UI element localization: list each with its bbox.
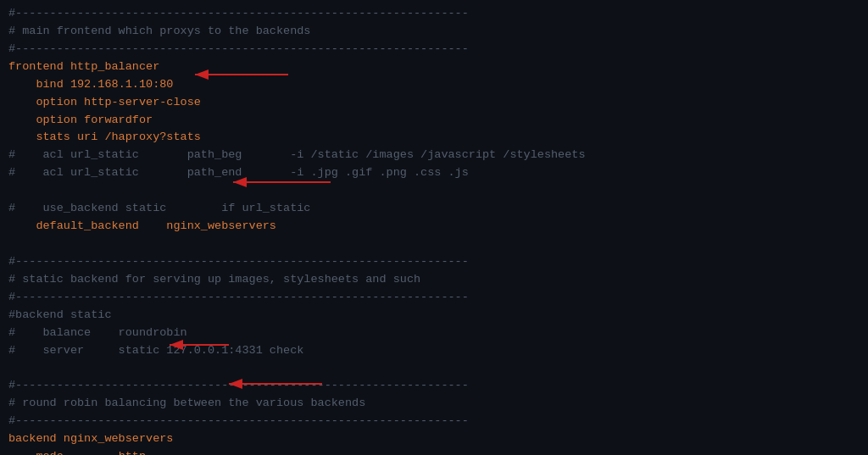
code-line: #---------------------------------------… bbox=[8, 377, 860, 395]
code-line: # balance roundrobin bbox=[8, 325, 860, 342]
code-line: #backend static bbox=[8, 307, 860, 325]
code-line: # static backend for serving up images, … bbox=[8, 271, 860, 289]
code-line bbox=[8, 182, 860, 200]
code-line: #---------------------------------------… bbox=[8, 253, 860, 271]
code-line: #---------------------------------------… bbox=[8, 5, 860, 23]
code-line: #---------------------------------------… bbox=[8, 289, 860, 307]
code-line: stats uri /haproxy?stats bbox=[8, 129, 860, 147]
code-line bbox=[8, 236, 860, 253]
code-line: # main frontend which proxys to the back… bbox=[8, 23, 860, 41]
code-line: #---------------------------------------… bbox=[8, 413, 860, 430]
code-line: option forwardfor bbox=[8, 112, 860, 130]
code-line: bind 192.168.1.10:80 bbox=[8, 76, 860, 94]
code-line bbox=[8, 359, 860, 377]
code-line: backend nginx_webservers bbox=[8, 430, 860, 448]
terminal-output: #---------------------------------------… bbox=[8, 5, 860, 455]
code-line: # use_backend static if url_static bbox=[8, 200, 860, 218]
code-line: mode http bbox=[8, 448, 860, 455]
code-line: # acl url_static path_end -i .jpg .gif .… bbox=[8, 164, 860, 182]
code-line: default_backend nginx_webservers bbox=[8, 218, 860, 236]
code-line: #---------------------------------------… bbox=[8, 41, 860, 58]
code-line: option http-server-close bbox=[8, 94, 860, 112]
code-line: # acl url_static path_beg -i /static /im… bbox=[8, 147, 860, 164]
code-line: frontend http_balancer bbox=[8, 58, 860, 76]
code-line: # round robin balancing between the vari… bbox=[8, 395, 860, 413]
code-line: # server static 127.0.0.1:4331 check bbox=[8, 342, 860, 360]
